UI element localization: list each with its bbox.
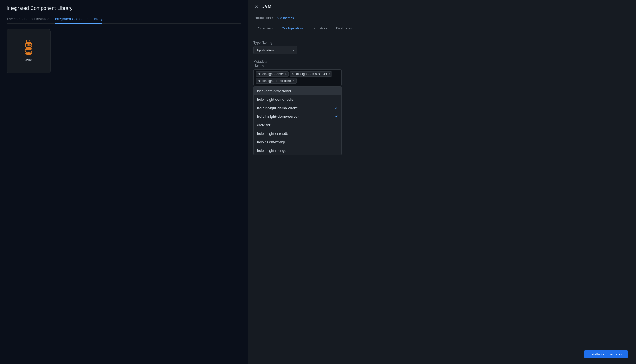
- type-filtering-section: Type filtering Application Service Conta…: [253, 41, 630, 54]
- svg-point-0: [26, 42, 31, 45]
- svg-point-2: [25, 52, 32, 55]
- install-button[interactable]: Installation integration: [584, 350, 628, 358]
- dropdown-item-ceresdb[interactable]: holoinsight-ceresdb: [254, 129, 341, 138]
- dropdown-list: local-path-provisioner holoinsight-demo-…: [253, 86, 342, 155]
- type-filtering-label: Type filtering: [253, 41, 630, 45]
- dropdown-item-cadvisor[interactable]: cadvisor: [254, 121, 341, 129]
- right-panel: ✕ JVM Introduction： JVM metrics Overview…: [248, 0, 636, 364]
- panel-title: JVM: [262, 4, 271, 9]
- metadata-title: Metadata: [253, 60, 630, 64]
- check-icon-server: ✓: [335, 114, 338, 119]
- tab-dashboard[interactable]: Dashboard: [332, 23, 358, 34]
- type-filtering-select[interactable]: Application Service Container: [253, 46, 297, 54]
- dropdown-item-demo-redis[interactable]: holoinsight-demo-redis: [254, 95, 341, 104]
- metadata-filtering-sub: filtering: [253, 64, 630, 67]
- tag-remove-server[interactable]: ×: [285, 72, 287, 75]
- check-icon-client: ✓: [335, 106, 338, 110]
- dropdown-item-local-path[interactable]: local-path-provisioner: [254, 87, 341, 95]
- tag-holoinsight-demo-client: holoinsight-demo-client ×: [256, 78, 297, 84]
- panel-tabs: Overview Configuration Indicators Dashbo…: [248, 23, 636, 34]
- tag-remove-demo-server[interactable]: ×: [328, 72, 330, 75]
- tags-input[interactable]: holoinsight-server × holoinsight-demo-se…: [253, 69, 342, 86]
- tag-holoinsight-demo-server: holoinsight-demo-server ×: [290, 71, 332, 77]
- breadcrumb-prefix: Introduction：: [253, 16, 274, 20]
- dropdown-item-mysql[interactable]: holoinsight-mysql: [254, 138, 341, 146]
- svg-point-1: [26, 47, 32, 50]
- metadata-filtering-section: Metadata filtering holoinsight-server × …: [253, 60, 630, 155]
- dropdown-item-demo-server[interactable]: holoinsight-demo-server ✓: [254, 112, 341, 121]
- tab-configuration[interactable]: Configuration: [277, 23, 307, 34]
- tab-installed[interactable]: The components I installed: [7, 15, 49, 24]
- type-select-wrapper: Application Service Container ▼: [253, 46, 297, 54]
- breadcrumb-link[interactable]: JVM metrics: [276, 16, 294, 20]
- breadcrumb: Introduction： JVM metrics: [248, 13, 636, 23]
- tab-integrated[interactable]: Integrated Component Library: [55, 15, 102, 24]
- java-logo: Java: [22, 40, 36, 56]
- bottom-bar: Installation integration: [584, 350, 628, 358]
- svg-text:Java: Java: [26, 45, 31, 47]
- panel-header: ✕ JVM: [248, 0, 636, 13]
- page-title: Integrated Component Library: [7, 6, 241, 11]
- java-icon: Java: [22, 40, 36, 56]
- jvm-component-card[interactable]: Java JVM: [7, 29, 51, 73]
- close-button[interactable]: ✕: [253, 4, 259, 9]
- left-panel: Integrated Component Library The compone…: [0, 0, 248, 364]
- dropdown-item-demo-client[interactable]: holoinsight-demo-client ✓: [254, 104, 341, 112]
- tag-remove-demo-client[interactable]: ×: [293, 79, 294, 82]
- component-name: JVM: [25, 58, 32, 62]
- tab-indicators[interactable]: Indicators: [307, 23, 332, 34]
- tag-holoinsight-server: holoinsight-server ×: [256, 71, 289, 77]
- dropdown-item-mongo[interactable]: holoinsight-mongo: [254, 146, 341, 155]
- panel-content: Type filtering Application Service Conta…: [248, 34, 636, 364]
- tab-navigation: The components I installed Integrated Co…: [7, 15, 241, 24]
- tab-overview[interactable]: Overview: [253, 23, 277, 34]
